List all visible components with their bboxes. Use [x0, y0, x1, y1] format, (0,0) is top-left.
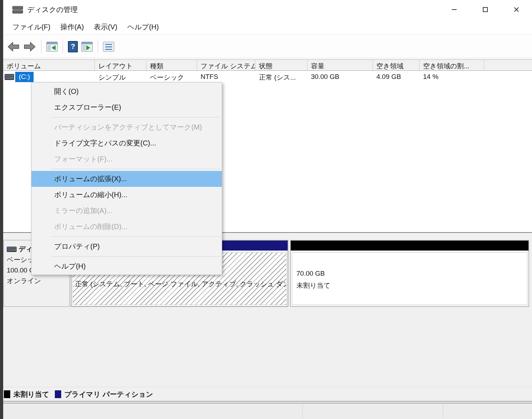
unallocated-block[interactable]: 70.00 GB 未割り当て [290, 240, 529, 307]
details-view-icon[interactable] [103, 42, 114, 52]
minimize-button[interactable] [439, 0, 470, 19]
column-header-type[interactable]: 種類 [146, 60, 197, 70]
unallocated-label: 未割り当て [296, 281, 330, 290]
menu-separator [51, 256, 220, 257]
action-pane-icon[interactable] [81, 42, 93, 52]
legend-primary-label: プライマリ パーティション [64, 390, 153, 399]
forward-arrow-icon[interactable] [23, 41, 36, 52]
column-header-empty [484, 60, 532, 70]
column-header-free-space[interactable]: 空き領域 [373, 60, 420, 70]
column-header-status[interactable]: 状態 [255, 60, 307, 70]
disk-management-app-icon [12, 6, 23, 14]
legend-unallocated-swatch [4, 390, 10, 398]
status-bar-divider [443, 405, 443, 418]
column-header-volume[interactable]: ボリューム [3, 60, 95, 70]
maximize-button[interactable] [470, 0, 501, 19]
layout-cell: シンプル [95, 71, 146, 83]
table-row[interactable]: (C:) シンプル ベーシック NTFS 正常 (シス... 30.00 GB … [3, 71, 532, 83]
menu-item-properties[interactable]: プロパティ(P) [31, 239, 222, 254]
help-icon[interactable]: ? [68, 41, 78, 52]
column-header-layout[interactable]: レイアウト [95, 60, 146, 70]
menu-view[interactable]: 表示(V) [89, 20, 122, 34]
unallocated-body[interactable]: 70.00 GB 未割り当て [292, 252, 527, 305]
menu-help[interactable]: ヘルプ(H) [122, 20, 164, 34]
toolbar: ? [3, 35, 532, 58]
legend-top-line [3, 387, 532, 387]
status-cell: 正常 (シス... [255, 71, 307, 83]
capacity-cell: 30.00 GB [307, 71, 373, 83]
menu-item-extend-volume[interactable]: ボリュームの拡張(X)... [31, 171, 222, 187]
window-controls [439, 0, 532, 19]
menu-bar: ファイル(F) 操作(A) 表示(V) ヘルプ(H) [3, 20, 532, 35]
disk-icon [7, 247, 17, 252]
disk-management-window: ディスクの管理 ファイル(F) 操作(A) 表示(V) ヘルプ(H) [3, 0, 532, 419]
disk-status: オンライン [7, 276, 69, 286]
column-header-filesystem[interactable]: ファイル システム [197, 60, 255, 70]
console-tree-icon[interactable] [46, 42, 58, 52]
menu-separator [51, 117, 220, 117]
menu-item-delete-volume: ボリュームの削除(D)... [31, 219, 222, 235]
legend-unallocated-label: 未割り当て [13, 390, 49, 399]
menu-item-add-mirror: ミラーの追加(A)... [31, 203, 222, 219]
free-percent-cell: 14 % [420, 71, 484, 83]
menu-separator [51, 169, 220, 169]
menu-item-explorer[interactable]: エクスプローラー(E) [31, 99, 222, 115]
selected-volume-label[interactable]: (C:) [15, 72, 34, 82]
legend-primary-swatch [55, 390, 61, 398]
unallocated-size: 70.00 GB [296, 270, 325, 277]
menu-item-format: フォーマット(F)... [31, 151, 222, 167]
toolbar-separator [98, 40, 98, 53]
back-arrow-icon[interactable] [7, 41, 20, 52]
menu-file[interactable]: ファイル(F) [7, 20, 55, 34]
window-title: ディスクの管理 [27, 5, 77, 15]
menu-item-shrink-volume[interactable]: ボリュームの縮小(H)... [31, 187, 222, 203]
filesystem-cell: NTFS [197, 71, 255, 83]
column-header-free-percent[interactable]: 空き領域の割... [420, 60, 484, 70]
status-bar [3, 403, 532, 419]
volume-context-menu: 開く(O) エクスプローラー(E) パーティションをアクティブとしてマーク(M)… [31, 82, 222, 275]
desktop-background [0, 0, 3, 419]
volume-list-header: ボリューム レイアウト 種類 ファイル システム 状態 容量 空き領域 空き領域… [3, 59, 532, 71]
volume-cell[interactable]: (C:) [3, 71, 95, 83]
toolbar-separator [63, 40, 63, 53]
menu-item-mark-partition-active: パーティションをアクティブとしてマーク(M) [31, 119, 222, 135]
menu-separator [51, 236, 220, 237]
legend: 未割り当て プライマリ パーティション [3, 388, 532, 401]
menu-item-change-drive-letter[interactable]: ドライブ文字とパスの変更(C)... [31, 135, 222, 151]
type-cell: ベーシック [146, 71, 197, 83]
free-space-cell: 4.09 GB [373, 71, 420, 83]
menu-item-help[interactable]: ヘルプ(H) [31, 258, 222, 274]
unallocated-color-bar [291, 241, 528, 251]
partition-status-text: 正常 (システム, ブート, ページ ファイル, アクティブ, クラッシュ ダン… [75, 280, 287, 289]
legend-divider [3, 401, 532, 403]
column-header-capacity[interactable]: 容量 [307, 60, 373, 70]
status-bar-divider [302, 405, 303, 418]
menu-item-open[interactable]: 開く(O) [31, 84, 222, 99]
menu-action[interactable]: 操作(A) [55, 20, 89, 34]
title-bar[interactable]: ディスクの管理 [3, 0, 532, 20]
close-button[interactable] [501, 0, 532, 19]
toolbar-separator [41, 40, 41, 53]
volume-drive-icon [5, 74, 14, 80]
